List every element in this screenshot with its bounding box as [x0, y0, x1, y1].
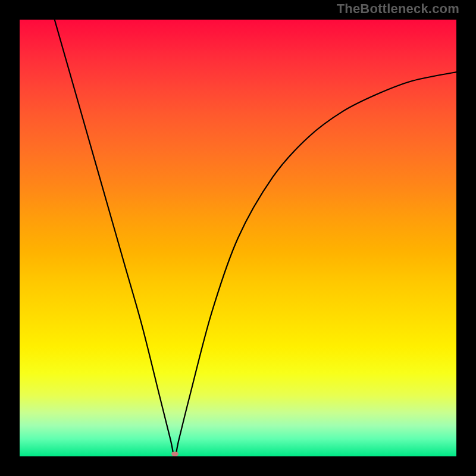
curve-svg — [20, 20, 456, 456]
bottleneck-curve — [55, 20, 456, 456]
watermark-text: TheBottleneck.com — [337, 1, 459, 17]
chart-plot-area — [20, 20, 456, 456]
optimal-point-marker — [171, 452, 178, 456]
